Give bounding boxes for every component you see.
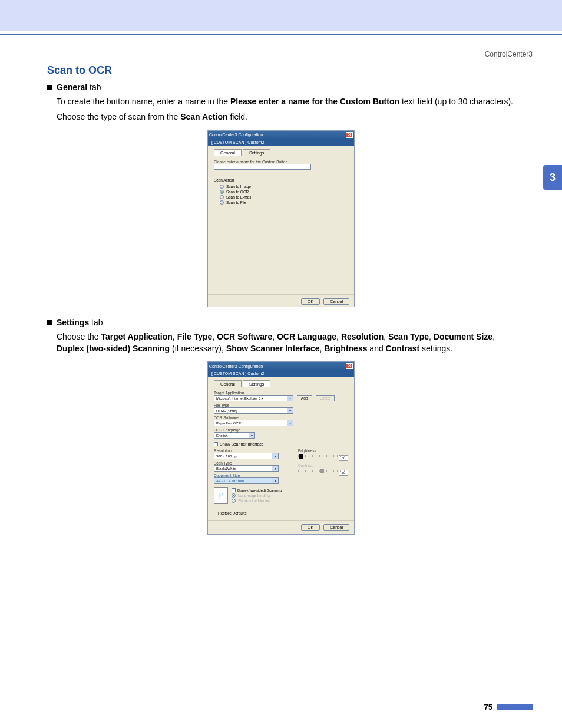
general-paragraph-2: Choose the type of scan from the Scan Ac… [57,111,515,123]
chapter-ref: ControlCenter3 [485,50,533,58]
radio-scan-image-label: Scan to Image [226,185,251,189]
chevron-down-icon: ▾ [287,408,293,413]
chevron-down-icon: ▾ [249,433,254,438]
chevron-down-icon: ▾ [287,396,293,401]
page-number: 75 [484,703,492,711]
duplex-icon: 📄 [214,487,228,504]
dialog-subtitle: [ CUSTOM SCAN ] Custom2 [208,370,354,377]
show-scanner-label: Show Scanner Interface [220,442,264,446]
brightness-label: Brightness [298,449,348,453]
cancel-button[interactable]: Cancel [323,298,349,305]
add-button[interactable]: Add [297,395,312,401]
dialog-footer: OK Cancel [208,294,354,308]
ok-button[interactable]: OK [301,524,320,531]
general-tab-label: General tab [57,83,101,92]
square-bullet-icon [47,85,52,90]
docsize-select[interactable]: A4 210 x 297 mm▾ [214,477,279,484]
general-paragraph-1: To create the button name, enter a name … [57,95,515,107]
chevron-down-icon: ▾ [272,466,278,471]
tab-settings[interactable]: Settings [243,380,270,387]
delete-button[interactable]: Delete [316,395,335,401]
settings-paragraph: Choose the Target Application, File Type… [57,331,515,355]
dialog-tabs: General Settings [214,149,348,156]
dialog-title: ControlCenter3 Configuration [209,133,263,137]
dialog-titlebar: ControlCenter3 Configuration ✕ [208,362,354,370]
settings-bullet-row: Settings tab [47,318,515,327]
tab-general[interactable]: General [214,380,242,387]
dialog-footer: OK Cancel [208,520,354,534]
radio-scan-ocr-label: Scan to OCR [226,190,249,194]
ok-button[interactable]: OK [301,298,320,305]
tab-settings[interactable]: Settings [243,149,270,156]
slider-thumb-icon[interactable] [299,454,303,459]
resolution-select[interactable]: 300 x 300 dpi▾ [214,453,279,459]
tab-general[interactable]: General [214,149,242,156]
radio-scan-email[interactable]: Scan to E-mail [220,195,348,199]
close-icon[interactable]: ✕ [346,132,353,138]
page-accent-bar [497,704,533,710]
radio-scan-image[interactable]: Scan to Image [220,185,348,189]
radio-scan-file-label: Scan to File [226,200,246,205]
top-band [0,0,562,31]
scantype-select[interactable]: Black&White▾ [214,465,279,472]
show-scanner-checkbox[interactable]: Show Scanner Interface [214,442,348,446]
settings-dialog: ControlCenter3 Configuration ✕ [ CUSTOM … [207,361,355,535]
general-dialog: ControlCenter3 Configuration ✕ [ CUSTOM … [207,130,355,307]
docsize-label: Document Size [214,473,292,477]
duplex-checkbox-label: Duplex(two-sided) Scanning [237,489,282,492]
ocrsoft-select[interactable]: PaperPort OCR▾ [214,420,293,426]
radio-scan-file[interactable]: Scan to File [220,200,348,205]
page-number-bar: 75 [484,703,533,711]
radio-scan-email-label: Scan to E-mail [226,195,251,199]
ocrlang-label: OCR Language [214,428,348,432]
radio-long-edge: Long-edge binding [232,493,282,498]
general-bullet-row: General tab [47,83,515,92]
resolution-label: Resolution [214,449,292,453]
contrast-slider[interactable]: 50 [298,470,348,472]
dialog-title: ControlCenter3 Configuration [209,364,263,368]
dialog-tabs: General Settings [214,380,348,387]
radio-scan-ocr[interactable]: Scan to OCR [220,190,348,194]
scantype-label: Scan Type [214,461,292,465]
custom-name-input[interactable] [214,164,311,170]
ocrsoft-label: OCR Software [214,416,348,420]
brightness-slider[interactable]: 50 [298,455,348,457]
contrast-label: Contrast [298,463,348,467]
filetype-select[interactable]: HTML (*.htm)▾ [214,407,293,414]
square-bullet-icon [47,320,52,325]
restore-defaults-button[interactable]: Restore Defaults [214,510,250,516]
radio-short-edge: Short-edge binding [232,499,282,503]
section-title: Scan to OCR [47,64,515,77]
slider-thumb-icon[interactable] [320,469,324,473]
duplex-checkbox[interactable]: Duplex(two-sided) Scanning [232,488,282,492]
ocrlang-select[interactable]: English▾ [214,432,255,439]
chevron-down-icon: ▾ [272,478,278,483]
settings-tab-label: Settings tab [57,318,103,327]
target-app-label: Target Application [214,391,348,395]
target-app-select[interactable]: Microsoft Internet Explorer 6.x▾ [214,395,293,401]
dialog-titlebar: ControlCenter3 Configuration ✕ [208,131,354,139]
close-icon[interactable]: ✕ [346,363,353,369]
header-rule [0,34,562,35]
scan-action-group-label: Scan Action [214,178,348,182]
filetype-label: File Type [214,403,348,407]
name-field-label: Please enter a name for the Custom Butto… [214,160,348,164]
chevron-down-icon: ▾ [287,420,293,426]
chevron-down-icon: ▾ [272,453,278,459]
dialog-subtitle: [ CUSTOM SCAN ] Custom2 [208,139,354,146]
cancel-button[interactable]: Cancel [323,524,349,531]
